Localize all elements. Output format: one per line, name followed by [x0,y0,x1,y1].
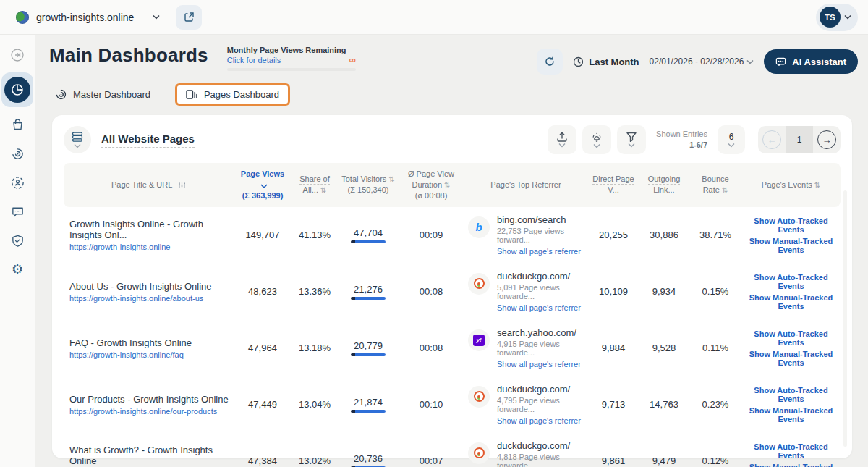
table-body: Growth Insights Online - Growth Insights… [64,207,841,467]
page-views-value: 149,707 [234,230,292,240]
col-duration[interactable]: Ø Page View Duration⇅(ø 00:08) [399,169,464,201]
duckduckgo-icon [474,447,485,458]
referrer-forwarded: 5,091 Page views forwarde... [497,283,585,300]
pages-dashboard-icon [186,89,198,100]
page-title: Main Dashboards [49,44,208,70]
main-area: Main Dashboards Monthly Page Views Remai… [35,35,868,467]
show-auto-tracked-events-link[interactable]: Show Auto-Tracked Events [744,442,838,460]
outgoing-links-value: 9,934 [639,286,689,297]
sort-icon: ⇅ [444,181,450,189]
tab-master-dashboard[interactable]: Master Dashboard [49,84,156,105]
show-auto-tracked-events-link[interactable]: Show Auto-Tracked Events [744,216,838,234]
ai-assistant-button[interactable]: AI Assistant [764,49,858,74]
export-icon [556,132,568,142]
share-value: 41.13% [292,230,338,240]
sidebar-item-dashboards[interactable] [1,72,33,107]
show-all-referrers-link[interactable]: Show all page's referrer [497,416,581,425]
show-manual-tracked-events-link[interactable]: Show Manual-Tracked Events [744,237,838,254]
refresh-button[interactable] [537,49,563,75]
chevron-down-icon[interactable] [153,14,160,20]
visitors-bar [351,240,386,243]
referrer-name: duckduckgo.com/ [497,384,585,395]
current-page[interactable]: 1 [786,126,813,153]
chevron-down-icon [746,59,754,64]
outgoing-links-value: 9,528 [639,342,689,353]
sidebar-collapse-button[interactable] [3,41,32,70]
page-url-link[interactable]: https://growth-insights.online/faq [69,350,231,359]
export-button[interactable] [548,125,576,154]
chevron-down-icon [593,143,600,148]
show-manual-tracked-events-link[interactable]: Show Manual-Tracked Events [744,350,838,367]
page-url-link[interactable]: https://growth-insights.online/our-produ… [69,407,231,416]
sidebar-item-ecommerce[interactable] [3,110,32,139]
widget-menu-button[interactable] [64,126,91,153]
visitors-bar [351,410,386,413]
tab-pages-dashboard[interactable]: Pages Dashboard [175,83,290,106]
table-row: Growth Insights Online - Growth Insights… [64,207,841,264]
page-views-value: 47,449 [234,399,292,410]
show-manual-tracked-events-link[interactable]: Show Manual-Tracked Events [744,406,838,424]
col-page-title[interactable]: Page Title & URL [64,180,234,190]
sidebar-item-feedback[interactable] [3,197,32,226]
funnel-icon [626,132,637,142]
quota-label: Monthly Page Views Remaining [227,46,356,54]
referrer-name: duckduckgo.com/ [497,440,585,451]
bounce-rate-value: 0.23% [689,399,741,410]
shopping-bag-icon [11,118,25,132]
period-preset[interactable]: Last Month [573,56,639,67]
table-row: Our Products - Growth Insights Online ht… [64,376,841,433]
col-share[interactable]: Share of All...⇅ [292,174,338,195]
direct-views-value: 9,713 [588,399,639,410]
show-manual-tracked-events-link[interactable]: Show Manual-Tracked Events [744,293,838,311]
prev-page-button[interactable]: ← [758,126,786,153]
show-all-referrers-link[interactable]: Show all page's referrer [497,303,581,312]
page-url-link[interactable]: https://growth-insights.online [69,243,231,251]
header-row: Main Dashboards Monthly Page Views Remai… [35,35,868,75]
sidebar-item-privacy[interactable] [3,226,32,255]
quota-details-link[interactable]: Click for details [227,56,281,64]
chat-bubble-icon [11,205,25,219]
quota-widget: Monthly Page Views Remaining Click for d… [227,46,356,71]
show-auto-tracked-events-link[interactable]: Show Auto-Tracked Events [744,329,838,347]
pagination: ← 1 → [758,126,841,153]
scrollbar[interactable] [843,190,847,447]
domain-selector-label[interactable]: growth-insights.online [36,12,134,23]
sidebar: ⚙ [0,35,35,467]
sort-icon: ⇅ [722,186,728,194]
alerts-button[interactable] [582,125,611,154]
external-link-icon [184,12,195,22]
sidebar-item-behavior[interactable] [3,139,32,168]
show-auto-tracked-events-link[interactable]: Show Auto-Tracked Events [744,386,838,403]
bing-icon [475,221,482,233]
show-all-referrers-link[interactable]: Show all page's referrer [497,247,581,256]
col-bounce[interactable]: Bounce Rate⇅ [689,174,741,195]
page-title-text: About Us - Growth Insights Online [69,281,231,292]
show-all-referrers-link[interactable]: Show all page's referrer [497,360,581,369]
top-bar: growth-insights.online TS [0,0,868,35]
direct-views-value: 9,861 [588,455,639,466]
sidebar-item-visitors[interactable] [3,168,32,197]
filter-button[interactable] [617,125,646,154]
col-outgoing[interactable]: Outgoing Link... [639,174,689,195]
page-url-link[interactable]: https://growth-insights.online/about-us [69,294,231,303]
page-size-select[interactable]: 6 [718,125,745,154]
col-direct[interactable]: Direct Page V... [588,174,639,195]
page-title-text: Growth Insights Online - Growth Insights… [69,219,231,240]
outgoing-links-value: 9,479 [639,455,689,466]
open-website-button[interactable] [176,5,202,30]
date-range-value: 02/01/2026 - 02/28/2026 [650,56,744,67]
direct-views-value: 20,255 [588,230,639,240]
col-page-views[interactable]: Page Views (Σ 363,999) [234,169,292,201]
col-visitors[interactable]: Total Visitors⇅(Σ 150,340) [338,174,399,195]
sidebar-item-settings[interactable]: ⚙ [3,255,32,284]
date-range-picker[interactable]: 02/01/2026 - 02/28/2026 [650,56,754,67]
show-auto-tracked-events-link[interactable]: Show Auto-Tracked Events [744,273,838,290]
direct-views-value: 9,884 [588,342,639,353]
page-views-value: 47,964 [234,342,292,353]
col-events[interactable]: Page's Events⇅ [741,180,841,190]
chevron-down-icon [558,143,566,148]
chat-icon [775,56,786,67]
next-page-button[interactable]: → [813,126,841,153]
account-menu[interactable]: TS [816,4,858,31]
show-manual-tracked-events-link[interactable]: Show Manual-Tracked Events [744,463,838,467]
